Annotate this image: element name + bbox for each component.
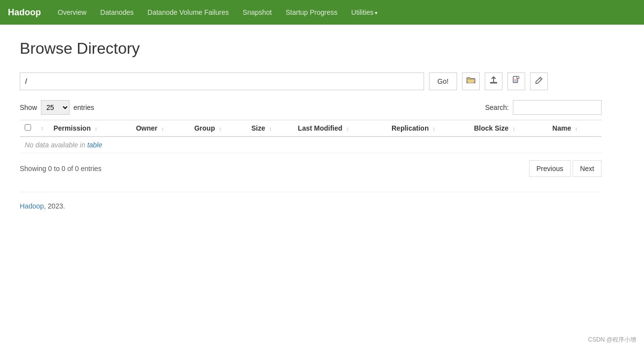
search-bar: Search: <box>485 100 602 115</box>
upload-icon <box>489 76 498 87</box>
path-input[interactable] <box>20 72 424 90</box>
th-replication[interactable]: Replication ↕ <box>387 120 469 137</box>
th-permission-label: Permission <box>54 124 91 132</box>
sort-icon-name: ↕ <box>575 126 578 132</box>
showing-text: Showing 0 to 0 of 0 entries <box>20 165 102 173</box>
sort-icon-group: ↕ <box>219 126 222 132</box>
path-bar: Go! <box>20 72 602 90</box>
table-header: ↕ Permission ↕ Owner ↕ Group ↕ Size ↕ <box>20 120 602 137</box>
th-replication-label: Replication <box>392 124 429 132</box>
folder-open-icon <box>466 76 475 86</box>
th-name-label: Name <box>552 124 571 132</box>
svg-rect-0 <box>490 82 497 84</box>
th-block-size[interactable]: Block Size ↕ <box>469 120 547 137</box>
sort-icon-owner: ↕ <box>161 126 164 132</box>
nav-overview[interactable]: Overview <box>51 1 93 23</box>
footer-text: , 2023. <box>44 202 65 210</box>
sort-icon-permission: ↕ <box>95 126 98 132</box>
no-data-cell: No data available in table <box>20 137 602 153</box>
th-size[interactable]: Size ↕ <box>247 120 293 137</box>
th-group[interactable]: Group ↕ <box>189 120 247 137</box>
pagination-buttons: Previous Next <box>529 160 602 177</box>
upload-button[interactable] <box>485 72 502 90</box>
no-data-text: No data available in <box>25 141 87 149</box>
sort-th[interactable]: ↕ <box>36 120 49 137</box>
no-data-row: No data available in table <box>20 137 602 153</box>
sort-icon-block-size: ↕ <box>512 126 515 132</box>
go-button[interactable]: Go! <box>429 72 457 90</box>
entries-label: entries <box>73 104 94 111</box>
pencil-button[interactable] <box>530 72 548 90</box>
file-text-icon <box>512 76 520 87</box>
svg-rect-2 <box>516 76 519 79</box>
previous-button[interactable]: Previous <box>529 160 571 177</box>
table-controls: Show 10 25 50 100 entries Search: <box>20 100 602 115</box>
nav-links: Overview Datanodes Datanode Volume Failu… <box>51 1 385 23</box>
footer: Hadoop, 2023. <box>20 192 602 210</box>
th-group-label: Group <box>194 124 215 132</box>
nav-snapshot[interactable]: Snapshot <box>236 1 279 23</box>
th-block-size-label: Block Size <box>474 124 508 132</box>
th-owner-label: Owner <box>136 124 158 132</box>
sort-icon-size: ↕ <box>269 126 272 132</box>
navbar: Hadoop Overview Datanodes Datanode Volum… <box>0 0 644 25</box>
next-button[interactable]: Next <box>572 160 602 177</box>
footer-link[interactable]: Hadoop <box>20 202 44 210</box>
entries-select[interactable]: 10 25 50 100 <box>41 100 70 115</box>
search-label: Search: <box>485 104 509 111</box>
nav-utilities[interactable]: Utilities <box>344 1 385 23</box>
show-entries: Show 10 25 50 100 entries <box>20 100 94 115</box>
nav-datanode-volume-failures[interactable]: Datanode Volume Failures <box>141 1 236 23</box>
main-content: Browse Directory Go! <box>0 25 621 225</box>
pencil-icon <box>535 76 543 87</box>
select-all-checkbox[interactable] <box>25 124 31 131</box>
th-last-modified[interactable]: Last Modified ↕ <box>293 120 387 137</box>
file-text-button[interactable] <box>507 72 525 90</box>
th-last-modified-label: Last Modified <box>298 124 342 132</box>
select-all-th <box>20 120 36 137</box>
nav-datanodes[interactable]: Datanodes <box>93 1 141 23</box>
brand-link[interactable]: Hadoop <box>8 7 41 18</box>
page-title: Browse Directory <box>20 39 602 58</box>
th-permission[interactable]: Permission ↕ <box>49 120 131 137</box>
folder-open-button[interactable] <box>462 72 480 90</box>
table-body: No data available in table <box>20 137 602 153</box>
th-size-label: Size <box>251 124 265 132</box>
show-label: Show <box>20 104 37 111</box>
nav-startup-progress[interactable]: Startup Progress <box>279 1 344 23</box>
no-data-link[interactable]: table <box>87 141 102 149</box>
th-owner[interactable]: Owner ↕ <box>131 120 189 137</box>
th-name[interactable]: Name ↕ <box>547 120 602 137</box>
sort-icon-last-modified: ↕ <box>346 126 349 132</box>
search-input[interactable] <box>513 100 602 115</box>
data-table: ↕ Permission ↕ Owner ↕ Group ↕ Size ↕ <box>20 120 602 153</box>
sort-icon-replication: ↕ <box>432 126 435 132</box>
pagination-row: Showing 0 to 0 of 0 entries Previous Nex… <box>20 160 602 177</box>
